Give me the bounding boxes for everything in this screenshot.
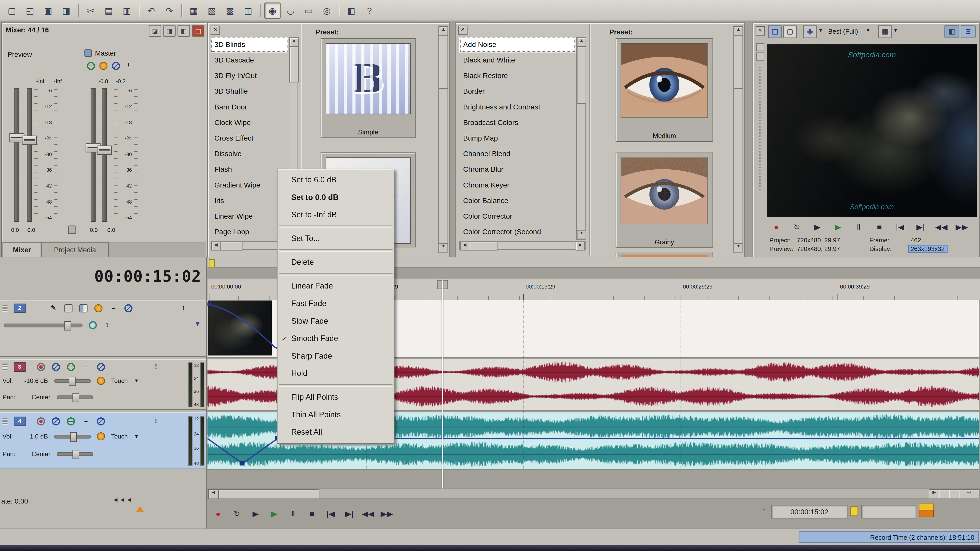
tab-project-media[interactable]: Project Media — [41, 242, 109, 257]
menu-item[interactable]: Set to 6.0 dB — [277, 171, 394, 189]
preview-go-to-end-icon[interactable]: ▶| — [913, 219, 929, 234]
video-fx-list-item[interactable]: Color Corrector — [460, 209, 576, 224]
fx-preset-medium[interactable]: Medium — [616, 38, 713, 142]
menu-item[interactable]: ✓Smooth Fade — [277, 330, 394, 348]
scroll-left-icon[interactable]: ◀ — [208, 489, 219, 499]
chevron-down-icon[interactable]: ▼ — [134, 378, 139, 384]
minus-icon[interactable]: – — [110, 304, 118, 313]
timeline-marker-icon[interactable] — [209, 259, 215, 267]
video-fx-list-item[interactable]: Bump Map — [460, 130, 576, 146]
fx-scrollbar-horizontal[interactable]: ◀ ▶ — [460, 241, 586, 250]
cursor-position-box[interactable]: 00:00:15:02 — [771, 505, 848, 519]
playhead-line[interactable] — [442, 279, 443, 489]
transition-list-item[interactable]: Page Loop — [210, 224, 288, 240]
slider-handle[interactable] — [68, 376, 76, 386]
timeline-scrollbar[interactable]: ◀ ▶ − + ◎ — [207, 489, 980, 499]
preview-loop-playback-icon[interactable]: ↻ — [789, 219, 805, 234]
master-bus-icon[interactable] — [84, 49, 92, 57]
rate-marker-icon[interactable] — [136, 506, 144, 512]
close-icon[interactable]: ✕ — [458, 25, 468, 35]
pan-value[interactable]: Center — [22, 451, 51, 457]
preview-next-frame-icon[interactable]: ▶▶ — [954, 219, 970, 234]
selection-edit-tool-icon[interactable]: ▭ — [301, 2, 317, 19]
track-number-badge[interactable]: 3 — [14, 362, 26, 372]
mute-icon[interactable] — [97, 363, 105, 371]
drag-grip[interactable] — [3, 305, 8, 312]
composite-parent-icon[interactable] — [89, 321, 97, 329]
menu-item[interactable]: Reset All — [277, 424, 394, 441]
menu-item[interactable]: Linear Fade — [277, 277, 394, 295]
chevron-down-icon[interactable]: ▼ — [818, 27, 823, 33]
transition-list-item[interactable]: 3D Cascade — [210, 52, 288, 68]
scroll-up-icon[interactable]: ▲ — [439, 26, 448, 36]
new-project-icon[interactable]: ▢ — [4, 2, 20, 19]
track-number-badge[interactable]: 2 — [14, 303, 26, 313]
enable-snapping-icon[interactable]: ▦ — [186, 2, 202, 19]
menu-item[interactable]: Fast Fade — [277, 295, 394, 313]
whats-this-help-icon[interactable]: ? — [361, 2, 378, 19]
drag-grip[interactable] — [3, 418, 8, 425]
preview-quality-label[interactable]: Best (Full) — [828, 27, 858, 35]
timeline-play-from-start-icon[interactable]: ▶ — [248, 506, 264, 521]
external-monitor-icon[interactable]: ▢ — [783, 25, 797, 38]
slider-handle[interactable] — [70, 432, 77, 441]
insert-bus-icon[interactable]: ◨ — [163, 25, 176, 37]
safe-area-grid-icon[interactable]: ⊞ — [961, 25, 976, 38]
undo-icon[interactable]: ↶ — [143, 2, 159, 19]
pane-divider[interactable] — [589, 24, 590, 256]
track-header-audio-4[interactable]: 4 –! Vol: -1.0 dB Touch ▼ Pan: Center — [0, 412, 206, 469]
open-trimmer-icon[interactable]: ◧ — [343, 2, 360, 19]
track-number-badge[interactable]: 4 — [14, 416, 26, 426]
cut-icon[interactable]: ✂ — [83, 2, 99, 19]
chevron-down-icon[interactable]: ▼ — [865, 27, 870, 33]
pane-dropdown-icon[interactable] — [756, 52, 764, 61]
scrollbar-thumb[interactable] — [469, 242, 498, 251]
open-icon[interactable]: ◱ — [22, 2, 38, 19]
volume-slider[interactable] — [54, 434, 90, 438]
preview-quality-icon[interactable]: ◉ — [803, 25, 817, 38]
lock-envelopes-icon[interactable]: ▩ — [222, 2, 238, 19]
overlays-icon[interactable]: ▦ — [878, 25, 892, 38]
preview-play-from-start-icon[interactable]: ▶ — [809, 219, 826, 234]
timeline-next-frame-icon[interactable]: ▶▶ — [379, 506, 395, 521]
close-icon[interactable]: ✕ — [210, 25, 220, 35]
slider-handle[interactable] — [72, 392, 79, 402]
project-properties-icon[interactable]: ◨ — [58, 2, 75, 19]
timeline-previous-frame-icon[interactable]: ◀◀ — [360, 506, 376, 521]
menu-item[interactable]: Set to 0.0 dB — [277, 189, 394, 206]
track-level-slider[interactable] — [4, 323, 83, 327]
gear-icon[interactable] — [97, 377, 105, 385]
vol-value[interactable]: -10.6 dB — [19, 377, 48, 384]
scroll-left-icon[interactable]: ◀ — [460, 242, 469, 251]
phase-icon[interactable] — [52, 417, 60, 426]
video-fx-list-item[interactable]: Chroma Keyer — [460, 178, 576, 193]
gear-icon[interactable] — [97, 432, 105, 441]
cursor-time-display[interactable]: 00:00:15:02 — [80, 267, 201, 287]
record-arm-icon[interactable] — [37, 363, 45, 371]
video-fx-list-item[interactable]: Color Corrector (Second — [460, 224, 576, 240]
ignore-event-grouping-icon[interactable]: ◫ — [240, 2, 256, 19]
scrollbar-thumb[interactable] — [218, 489, 320, 499]
preview-previous-frame-icon[interactable]: ◀◀ — [933, 219, 950, 234]
phase-icon[interactable] — [52, 363, 60, 371]
video-fx-list-item[interactable]: Chroma Blur — [460, 162, 576, 177]
video-fx-list-item[interactable]: Black Restore — [460, 68, 576, 84]
scrollbar-thumb[interactable] — [439, 35, 448, 89]
insert-fx-icon[interactable] — [67, 363, 75, 371]
timeline-loop-playback-icon[interactable]: ↻ — [229, 506, 245, 521]
track-header-audio-3[interactable]: 3 –! Vol: -10.6 dB Touch ▼ Pan: Center — [0, 359, 206, 410]
scrollbar-thumb[interactable] — [734, 35, 743, 89]
automation-mode[interactable]: Touch — [111, 433, 127, 440]
transition-list-item[interactable]: Linear Wipe — [210, 209, 288, 224]
automation-icon[interactable]: ! — [152, 363, 160, 371]
copy-snapshot-icon[interactable]: ◫ — [768, 25, 782, 38]
timeline-go-to-end-icon[interactable]: ▶| — [341, 506, 358, 521]
scroll-down-icon[interactable]: ▼ — [577, 230, 586, 239]
timeline-go-to-start-icon[interactable]: |◀ — [323, 506, 339, 521]
track-fx-icon[interactable] — [64, 304, 73, 313]
preview-play-icon[interactable]: ▶ — [830, 219, 846, 234]
close-icon[interactable]: ✕ — [756, 26, 765, 36]
scroll-right-icon[interactable]: ▶ — [576, 242, 585, 251]
gear-icon[interactable] — [99, 62, 107, 70]
vol-value[interactable]: -1.0 dB — [19, 433, 48, 440]
